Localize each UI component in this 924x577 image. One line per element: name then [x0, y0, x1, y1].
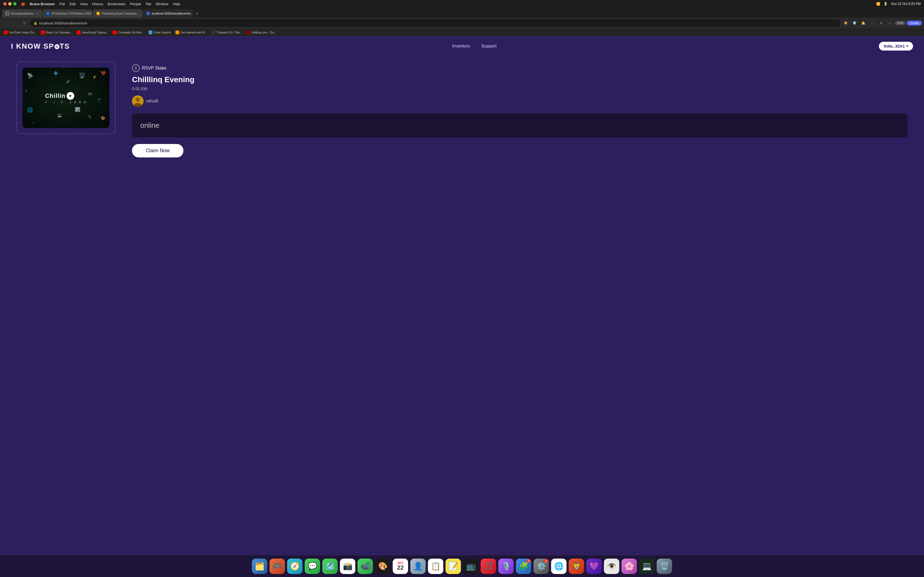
dock-figma[interactable]: 🎨	[375, 559, 391, 574]
new-tab-button[interactable]: +	[193, 10, 201, 18]
scatter-icon-1: 📡	[27, 73, 33, 79]
tab-predicting[interactable]: 🟡 Predicting Event Turnouts... ✕	[93, 9, 142, 18]
dock-finder[interactable]: 🗂️	[252, 559, 267, 574]
bookmarks-menu[interactable]: Bookmarks	[108, 2, 126, 6]
wallet-address: 0x6a...92A1	[884, 44, 905, 48]
minimize-button[interactable]	[8, 2, 11, 5]
help-menu[interactable]: Help	[173, 2, 180, 6]
safari-icon: 🧭	[290, 562, 300, 571]
bookmark-favicon-4	[113, 31, 116, 34]
bookmark-youtube[interactable]: YouTube Video Do...	[2, 30, 38, 35]
dock-notes[interactable]: 📝	[446, 559, 461, 574]
dock-photos[interactable]: 📸	[340, 559, 355, 574]
browser-chrome: ⚫ iKnowSpots/evm ✕ 🔷 ETHGlobal | ETHOnli…	[0, 8, 924, 36]
nav-support[interactable]: Support	[481, 44, 497, 48]
apple-icon[interactable]: 🍎	[21, 2, 25, 6]
chillin-logo: Chillin ♥	[45, 92, 87, 100]
dock-appletv[interactable]: 📺	[463, 559, 478, 574]
dock-appstore[interactable]: 🧩 1	[516, 559, 531, 574]
calendar-day: 22	[397, 565, 404, 571]
app-name[interactable]: Brave Browser	[30, 2, 55, 6]
forward-button[interactable]: ›	[11, 19, 19, 27]
wallet-button[interactable]: 0x6a...92A1 ▾	[879, 42, 913, 50]
scatter-icon-7: ❤️	[101, 71, 106, 76]
edit-menu[interactable]: Edit	[69, 2, 76, 6]
file-menu[interactable]: File	[60, 2, 65, 6]
dock-preview[interactable]: 👁️	[604, 559, 619, 574]
reload-button[interactable]: ↻	[21, 19, 29, 27]
scatter-icon-5: 🖥️	[79, 73, 85, 79]
dock-perplexity[interactable]: 🌸	[622, 559, 637, 574]
app-nav: Inventory Support	[452, 44, 497, 48]
bookmark-git[interactable]: Complete Git Atto...	[111, 30, 145, 35]
tab-bar: ⚫ iKnowSpots/evm ✕ 🔷 ETHGlobal | ETHOnli…	[0, 8, 924, 18]
dock-launchpad[interactable]: 🎮	[270, 559, 285, 574]
tab-menu[interactable]: Tab	[145, 2, 151, 6]
bookmark-reactjs[interactable]: React Js Tutorials...	[39, 30, 74, 35]
tab-close-1[interactable]: ✕	[35, 11, 39, 15]
app-header: I KNOW SP⊙TS Inventory Support 0x6a...92…	[0, 36, 924, 56]
window-menu[interactable]: Window	[156, 2, 168, 6]
dock-editor[interactable]: 💜	[586, 559, 602, 574]
bookmark-thacks[interactable]: T-Hacks 5.0 | Tea...	[210, 30, 244, 35]
macos-bar: 🍎 Brave Browser File Edit View History B…	[0, 0, 924, 8]
extensions-button[interactable]: 🦁	[842, 19, 850, 27]
download-btn[interactable]: ⬇	[877, 19, 885, 27]
claim-now-button[interactable]: Claim Now	[132, 144, 183, 158]
finder-icon: 🗂️	[255, 562, 265, 571]
dock-calendar[interactable]: OCT 22	[393, 559, 408, 574]
tab-iknowspots[interactable]: ⚫ iKnowSpots/evm ✕	[2, 9, 42, 18]
bookmarks-bar: YouTube Video Do... React Js Tutorials..…	[0, 29, 924, 36]
scatter-icon-14: 📊	[75, 107, 80, 112]
people-menu[interactable]: People	[130, 2, 141, 6]
contacts-icon: 👤	[414, 562, 423, 571]
scatter-icon-16: 🎨	[101, 116, 105, 120]
notifications-btn[interactable]: 🔔	[859, 19, 867, 27]
dock-podcasts[interactable]: 🎙️	[498, 559, 514, 574]
dock-music[interactable]: 🎵	[481, 559, 496, 574]
nav-right-buttons: 🦁 🛡️ 🔔 ☆ ⬇ ▭ VPN Update	[842, 19, 922, 27]
dock-brave[interactable]: 🦁	[569, 559, 584, 574]
logo-dot: ⊙	[55, 44, 60, 49]
tab-ethglobal[interactable]: 🔷 ETHGlobal | ETHOnline 2023 ✕	[43, 9, 92, 18]
dock-safari[interactable]: 🧭	[287, 559, 302, 574]
dock-messages[interactable]: 💬	[305, 559, 320, 574]
dock-maps[interactable]: 🗺️	[322, 559, 338, 574]
music-icon: 🎵	[484, 562, 493, 571]
dock-trash[interactable]: 🗑️	[657, 559, 672, 574]
dock-terminal[interactable]: 💻	[639, 559, 654, 574]
tab-favicon-2: 🔷	[46, 11, 50, 15]
bookmark-getstarted[interactable]: Get started with B...	[174, 30, 209, 35]
bookmark-codesearch[interactable]: Code Search	[147, 30, 173, 35]
update-button[interactable]: Update	[907, 21, 922, 26]
fullscreen-button[interactable]	[13, 2, 16, 5]
dock-facetime[interactable]: 📹	[357, 559, 373, 574]
history-menu[interactable]: History	[92, 2, 103, 6]
dock-systemprefs[interactable]: ⚙️ 1	[533, 559, 549, 574]
bookmark-javascript[interactable]: JavaScript Tutoria...	[75, 30, 110, 35]
bookmark-favicon-2	[41, 31, 45, 34]
bookmark-btn[interactable]: ☆	[869, 19, 876, 27]
macos-status-bar: 📶 🔋 Sun 22 Oct 9:25 PM	[876, 2, 921, 6]
view-menu[interactable]: View	[80, 2, 88, 6]
sidebar-btn[interactable]: ▭	[886, 19, 894, 27]
bookmark-chilling[interactable]: chilling.com - Do...	[245, 30, 278, 35]
scatter-icon-6: ⚡	[92, 75, 97, 79]
dock-reminders[interactable]: 📋	[428, 559, 443, 574]
notes-icon: 📝	[449, 562, 458, 571]
nav-inventory[interactable]: Inventory	[452, 44, 470, 48]
close-button[interactable]	[3, 2, 6, 5]
vpn-badge[interactable]: VPN	[895, 21, 906, 25]
brave-shield[interactable]: 🛡️	[851, 19, 859, 27]
dock-contacts[interactable]: 👤	[410, 559, 426, 574]
back-button[interactable]: ‹	[2, 19, 10, 27]
figma-icon: 🎨	[378, 562, 388, 571]
event-location-box: online	[132, 113, 908, 137]
scatter-icon-3: 💠	[53, 71, 58, 76]
systemprefs-icon: ⚙️	[536, 562, 546, 571]
url-bar[interactable]: 🔒 localhost:3000/rahulll/events/4	[30, 19, 840, 27]
dock-chrome[interactable]: 🌐	[551, 559, 567, 574]
traffic-lights[interactable]	[3, 2, 16, 5]
tab-close-3[interactable]: ✕	[141, 11, 142, 15]
tab-localhost-active[interactable]: 🌐 localhost:3000/rahulll/events/... ✕	[143, 9, 192, 18]
